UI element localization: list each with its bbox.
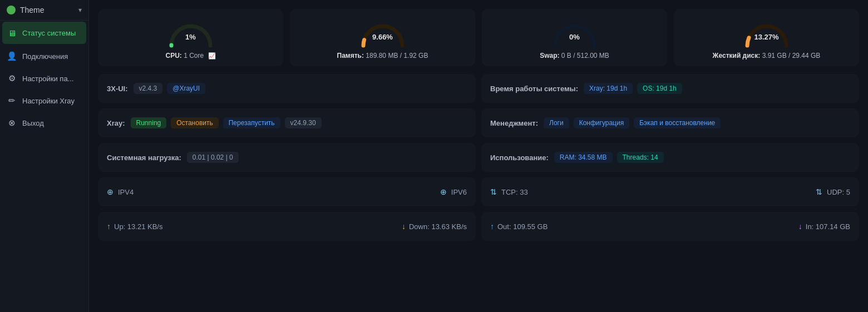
cpu-chart-icon: 📈 — [208, 52, 216, 60]
outin-row: ↑ Out: 109.55 GB ↓ In: 107.14 GB — [490, 222, 850, 231]
gauge-cpu-chart: 1% — [166, 18, 216, 48]
sidebar-item-label: Выход — [22, 119, 44, 127]
gauge-disk-chart: 13.27% — [742, 18, 792, 48]
xray-uptime-badge: Xray: 19d 1h — [584, 83, 633, 94]
load-row: Системная нагрузка: 0.01 | 0.02 | 0 — [107, 152, 241, 163]
sidebar-item-label: Настройки па... — [22, 75, 73, 83]
sidebar-item-xray-settings[interactable]: ✏ Настройки Xray — [0, 90, 88, 112]
udp-icon: ⇅ — [816, 187, 822, 196]
main-content: 1% CPU: 1 Core 📈 9.66% Память: 189.80 MB… — [89, 0, 868, 312]
ipv6-label: IPV6 — [451, 188, 467, 196]
gauge-memory-chart: 9.66% — [358, 18, 408, 48]
tcp-udp-card: ⇅ TCP: 33 ⇅ UDP: 5 — [481, 177, 859, 206]
status-icon: 🖥 — [7, 28, 17, 38]
ui-version-card: 3X-UI: v2.4.3 @XrayUI — [98, 74, 476, 103]
usage-row: Использование: RAM: 34.58 MB Threads: 14 — [490, 152, 666, 163]
in-icon: ↓ — [798, 222, 802, 231]
in-label: In: 107.14 GB — [806, 222, 850, 231]
os-uptime-badge: OS: 19d 1h — [637, 83, 682, 94]
out-label: Out: 109.55 GB — [497, 222, 548, 231]
gauge-swap-chart: 0% — [550, 18, 600, 48]
gauge-row: 1% CPU: 1 Core 📈 9.66% Память: 189.80 MB… — [98, 9, 859, 66]
mgmt-backup-button[interactable]: Бэкап и восстановление — [634, 117, 721, 128]
gauge-cpu-value: 1% — [185, 32, 196, 41]
chevron-down-icon: ▾ — [78, 6, 82, 14]
info-grid: 3X-UI: v2.4.3 @XrayUI Время работы систе… — [98, 74, 859, 241]
usage-card: Использование: RAM: 34.58 MB Threads: 14 — [481, 143, 859, 172]
xray-row: Xray: Running Остановить Перезапустить v… — [107, 117, 324, 128]
gauge-disk: 13.27% Жесткий диск: 3.91 GB / 29.44 GB — [674, 9, 859, 66]
xray-status-badge: Running — [131, 117, 167, 128]
tcp-icon: ⇅ — [490, 187, 497, 196]
ipv6-icon: ⊕ — [440, 187, 447, 196]
gauge-memory-label: Память: 189.80 MB / 1.92 GB — [337, 52, 428, 60]
sidebar-item-connections[interactable]: 👤 Подключения — [0, 45, 88, 67]
xray-restart-button[interactable]: Перезапустить — [223, 117, 280, 128]
mgmt-logs-button[interactable]: Логи — [544, 117, 569, 128]
ui-channel-badge: @XrayUI — [167, 83, 205, 94]
tcp-udp-row: ⇅ TCP: 33 ⇅ UDP: 5 — [490, 187, 850, 196]
updown-row: ↑ Up: 13.21 KB/s ↓ Down: 13.63 KB/s — [107, 222, 467, 231]
load-value-badge: 0.01 | 0.02 | 0 — [187, 152, 239, 163]
up-label: Up: 13.21 KB/s — [114, 222, 162, 231]
ip-row: ⊕ IPV4 ⊕ IPV6 — [107, 187, 467, 196]
out-icon: ↑ — [490, 222, 494, 231]
ui-version-badge: v2.4.3 — [134, 83, 163, 94]
sidebar-item-panel-settings[interactable]: ⚙ Настройки па... — [0, 67, 88, 90]
gauge-swap-label: Swap: 0 B / 512.00 MB — [540, 52, 609, 60]
load-card: Системная нагрузка: 0.01 | 0.02 | 0 — [98, 143, 476, 172]
theme-selector[interactable]: Theme ▾ — [0, 0, 88, 21]
gauge-cpu-label: CPU: 1 Core 📈 — [165, 52, 215, 60]
xray-settings-icon: ✏ — [7, 96, 17, 106]
updown-card: ↑ Up: 13.21 KB/s ↓ Down: 13.63 KB/s — [98, 212, 476, 241]
sidebar-item-label: Подключения — [22, 52, 68, 61]
mgmt-card: Менеджмент: Логи Конфигурация Бэкап и во… — [481, 108, 859, 137]
gauge-memory-value: 9.66% — [372, 32, 393, 41]
xray-label: Xray: — [107, 119, 125, 127]
load-label: Системная нагрузка: — [107, 153, 181, 162]
mgmt-row: Менеджмент: Логи Конфигурация Бэкап и во… — [490, 117, 723, 128]
xray-card: Xray: Running Остановить Перезапустить v… — [98, 108, 476, 137]
gauge-disk-label: Жесткий диск: 3.91 GB / 29.44 GB — [713, 52, 821, 60]
xray-stop-button[interactable]: Остановить — [171, 117, 219, 128]
gauge-cpu: 1% CPU: 1 Core 📈 — [98, 9, 283, 66]
theme-dot — [7, 6, 16, 14]
theme-label: Theme — [20, 6, 45, 14]
gauge-swap: 0% Swap: 0 B / 512.00 MB — [482, 9, 667, 66]
uptime-card: Время работы системы: Xray: 19d 1h OS: 1… — [481, 74, 859, 103]
udp-label: UDP: 5 — [827, 188, 850, 196]
ipv4-icon: ⊕ — [107, 187, 114, 196]
uptime-row: Время работы системы: Xray: 19d 1h OS: 1… — [490, 83, 684, 94]
ipv4-label: IPV4 — [118, 188, 134, 196]
ui-version-row: 3X-UI: v2.4.3 @XrayUI — [107, 83, 208, 94]
uptime-label: Время работы системы: — [490, 85, 578, 93]
usage-label: Использование: — [490, 153, 549, 162]
xray-version-badge: v24.9.30 — [285, 117, 322, 128]
sidebar-item-label: Статус системы — [22, 29, 76, 37]
ip-card: ⊕ IPV4 ⊕ IPV6 — [98, 177, 476, 206]
logout-icon: ⊗ — [7, 118, 17, 128]
mgmt-label: Менеджмент: — [490, 119, 538, 127]
panel-settings-icon: ⚙ — [7, 73, 17, 83]
mgmt-config-button[interactable]: Конфигурация — [574, 117, 630, 128]
sidebar-item-label: Настройки Xray — [22, 97, 75, 105]
gauge-swap-value: 0% — [569, 32, 580, 41]
sidebar: Theme ▾ 🖥 Статус системы 👤 Подключения ⚙… — [0, 0, 89, 312]
connections-icon: 👤 — [7, 51, 17, 61]
tcp-label: TCP: 33 — [501, 188, 528, 196]
outin-card: ↑ Out: 109.55 GB ↓ In: 107.14 GB — [481, 212, 859, 241]
ui-label: 3X-UI: — [107, 85, 128, 93]
gauge-disk-value: 13.27% — [754, 32, 778, 41]
sidebar-item-logout[interactable]: ⊗ Выход — [0, 112, 88, 134]
gauge-memory: 9.66% Память: 189.80 MB / 1.92 GB — [290, 9, 475, 66]
usage-ram-badge: RAM: 34.58 MB — [554, 152, 613, 163]
down-label: Down: 13.63 KB/s — [409, 222, 467, 231]
usage-threads-badge: Threads: 14 — [617, 152, 664, 163]
up-arrow-icon: ↑ — [107, 222, 111, 231]
sidebar-item-status[interactable]: 🖥 Статус системы — [2, 22, 86, 44]
down-arrow-icon: ↓ — [402, 222, 406, 231]
